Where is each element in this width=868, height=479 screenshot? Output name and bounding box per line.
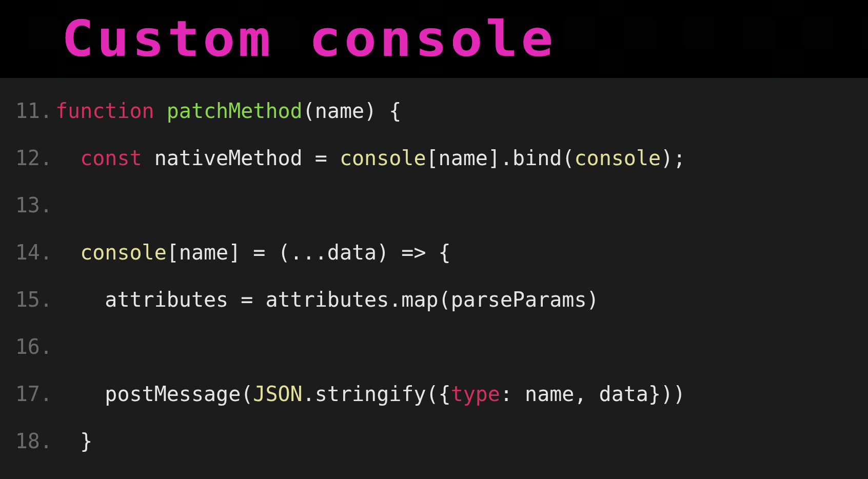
code-token: type [451,382,500,406]
slide-title: Custom console [62,10,557,68]
code-content: console[name] = (...data) => { [54,242,451,263]
code-content: const nativeMethod = console[name].bind(… [54,148,685,168]
code-token [55,241,80,264]
code-content: postMessage(JSON.stringify({type: name, … [54,384,685,404]
code-line: 15. attributes = attributes.map(parsePar… [5,276,863,323]
line-number: 14. [5,242,54,263]
line-number: 15. [5,289,54,310]
code-line: 18. } [5,417,863,465]
code-content: } [54,431,92,451]
code-token: function [55,99,154,123]
line-number: 17. [5,384,54,404]
line-number: 12. [5,148,54,168]
slide: Custom console 11.function patchMethod(n… [0,0,868,479]
code-token: JSON [253,382,302,406]
code-token [154,99,167,123]
line-number: 18. [5,431,54,451]
code-token: nativeMethod = [142,146,340,170]
code-token: postMessage( [55,382,253,406]
code-line: 16. [5,323,863,370]
slide-header: Custom console [0,0,868,78]
code-content: attributes = attributes.map(parseParams) [54,289,599,310]
code-line: 12. const nativeMethod = console[name].b… [5,134,863,182]
code-line: 14. console[name] = (...data) => { [5,229,863,276]
code-token: attributes = attributes.map(parseParams) [55,288,599,311]
code-token: } [55,429,92,453]
code-token: name [315,99,364,123]
code-block: 11.function patchMethod(name) {12. const… [0,78,868,465]
code-token: const [80,146,142,170]
code-token: .stringify({ [303,382,451,406]
code-line: 13. [5,182,863,229]
code-token: ) { [364,99,401,123]
code-token: ( [303,99,315,123]
code-content: function patchMethod(name) { [54,101,401,121]
code-token: [name] = (...data) => { [167,241,451,264]
code-token: console [574,146,661,170]
code-token: : name, data})) [500,382,685,406]
code-token: patchMethod [167,99,303,123]
code-token: ); [661,146,685,170]
line-number: 11. [5,101,54,121]
code-token: console [340,146,426,170]
code-token: [name].bind( [426,146,574,170]
code-line: 11.function patchMethod(name) { [5,87,863,134]
line-number: 13. [5,195,54,215]
code-line: 17. postMessage(JSON.stringify({type: na… [5,370,863,417]
code-token [55,146,80,170]
line-number: 16. [5,336,54,357]
code-token: console [80,241,167,264]
